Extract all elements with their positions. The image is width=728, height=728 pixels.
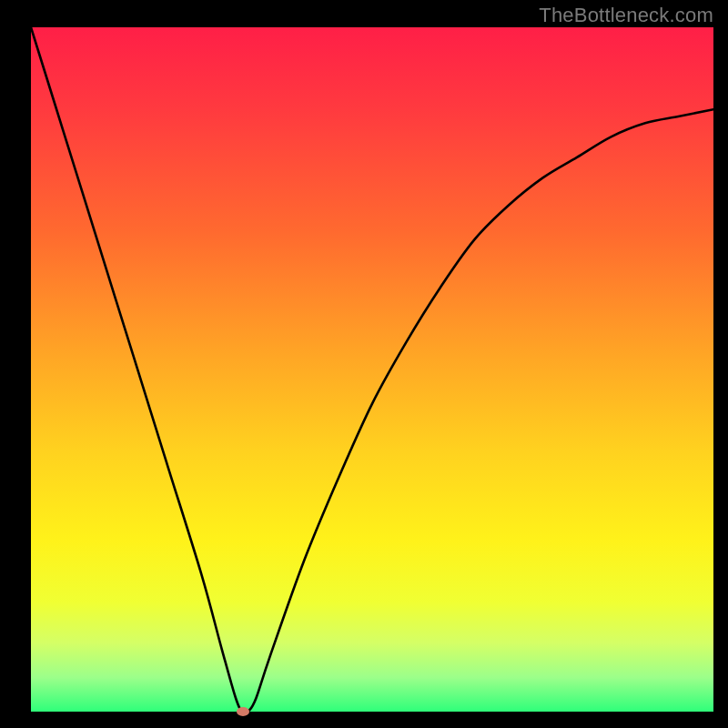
plot-area — [31, 27, 713, 712]
curve-layer — [31, 27, 713, 712]
chart-container: TheBottleneck.com — [0, 0, 728, 728]
watermark-text: TheBottleneck.com — [539, 4, 713, 27]
minimum-marker — [237, 707, 249, 716]
bottleneck-curve — [31, 27, 713, 712]
